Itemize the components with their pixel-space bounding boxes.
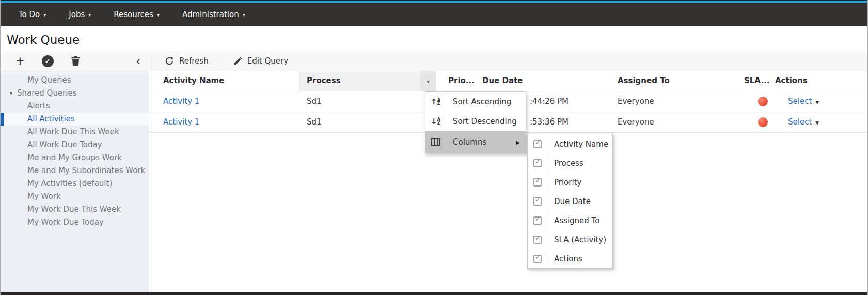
column-header-process: Process xyxy=(307,76,341,85)
sla-status-indicator xyxy=(758,117,768,127)
bottom-border-bar xyxy=(1,292,867,295)
sidebar-item-my-queries[interactable]: My Queries xyxy=(1,74,149,87)
checkbox-checked-icon[interactable]: ✓ xyxy=(533,178,542,187)
checkbox-checked-icon[interactable]: ✓ xyxy=(533,236,542,244)
refresh-label: Refresh xyxy=(179,56,209,66)
refresh-icon xyxy=(165,56,174,66)
checkbox-checked-icon[interactable]: ✓ xyxy=(533,255,542,263)
top-navbar: To Do ▾ Jobs ▾ Resources ▾ Administratio… xyxy=(1,3,867,26)
column-header-due-date[interactable]: Due Date xyxy=(482,76,523,85)
work-queue-window: To Do ▾ Jobs ▾ Resources ▾ Administratio… xyxy=(0,0,868,295)
column-header-actions[interactable]: Actions xyxy=(775,76,808,85)
due-date-cell-value: :44:26 PM xyxy=(530,97,569,106)
columns-icon xyxy=(431,138,440,146)
queries-sidebar: My Queries ▾ Shared Queries Alerts All A… xyxy=(1,71,149,292)
column-header-priority[interactable]: Prio... xyxy=(448,76,475,85)
query-actions-toolbar: + ✓ ‹ xyxy=(1,51,149,71)
menu-item-sort-descending[interactable]: ↓ AZ Sort Descending xyxy=(425,112,526,131)
plus-icon: + xyxy=(16,56,24,66)
work-item-table: Activity Name Process ▾ Prio... Due Date… xyxy=(149,71,867,292)
column-header-activity-name[interactable]: Activity Name xyxy=(163,76,224,85)
checkbox-checked-icon[interactable]: ✓ xyxy=(533,216,542,225)
submenu-item-due-date[interactable]: ✓ Due Date xyxy=(528,192,612,211)
select-action-dropdown[interactable]: Select▼ xyxy=(788,117,819,127)
sidebar-item-my-activities-default[interactable]: My Activities (default) xyxy=(1,177,149,190)
chevron-down-icon: ▾ xyxy=(427,79,429,84)
sort-descending-icon: ↓ AZ xyxy=(431,118,440,125)
sidebar-item-all-work-due-today[interactable]: All Work Due Today xyxy=(1,138,149,151)
nav-item-resources[interactable]: Resources ▾ xyxy=(114,10,160,19)
assigned-to-cell-value: Everyone xyxy=(618,97,654,106)
tree-expand-caret-icon[interactable]: ▾ xyxy=(10,87,12,100)
table-header-row: Activity Name Process ▾ Prio... Due Date… xyxy=(149,71,867,91)
columns-submenu: ✓ Activity Name ✓ Process ✓ Priority xyxy=(527,134,613,269)
refresh-button[interactable]: Refresh xyxy=(165,56,209,66)
chevron-down-icon: ▼ xyxy=(815,120,819,126)
sidebar-item-shared-queries[interactable]: ▾ Shared Queries xyxy=(1,87,149,100)
sidebar-item-all-work-due-this-week[interactable]: All Work Due This Week xyxy=(1,126,149,138)
nav-item-administration[interactable]: Administration ▾ xyxy=(182,10,245,19)
toolbar: + ✓ ‹ xyxy=(1,51,867,71)
page-title: Work Queue xyxy=(7,32,867,48)
sidebar-item-me-and-my-groups-work[interactable]: Me and My Groups Work xyxy=(1,151,149,164)
chevron-down-icon: ▾ xyxy=(43,11,46,18)
sidebar-item-my-work-due-this-week[interactable]: My Work Due This Week xyxy=(1,203,149,216)
check-circle-icon: ✓ xyxy=(42,55,54,67)
select-action-dropdown[interactable]: Select▼ xyxy=(788,97,819,106)
column-context-menu: ↑ AZ Sort Ascending ↓ AZ Sort Descending xyxy=(425,91,526,153)
sidebar-item-my-work-due-today[interactable]: My Work Due Today xyxy=(1,216,149,229)
sidebar-item-me-and-my-subordinates-work[interactable]: Me and My Subordinates Work xyxy=(1,164,149,177)
nav-item-label: Jobs xyxy=(69,10,85,19)
process-cell-value: Sd1 xyxy=(307,117,322,127)
submenu-arrow-icon: ▶ xyxy=(516,139,520,145)
submenu-item-priority[interactable]: ✓ Priority xyxy=(528,173,612,192)
sidebar-item-my-work[interactable]: My Work xyxy=(1,190,149,203)
sidebar-item-all-activities[interactable]: All Activities xyxy=(1,113,149,126)
sort-ascending-icon: ↑ AZ xyxy=(431,98,440,105)
submenu-item-process[interactable]: ✓ Process xyxy=(528,153,612,173)
menu-item-sort-ascending[interactable]: ↑ AZ Sort Ascending xyxy=(425,92,526,112)
table-actions-toolbar: Refresh Edit Query xyxy=(149,51,288,71)
due-date-cell-value: :53:36 PM xyxy=(530,117,569,127)
process-cell-value: Sd1 xyxy=(307,97,322,106)
checkbox-checked-icon[interactable]: ✓ xyxy=(533,197,542,206)
chevron-down-icon: ▼ xyxy=(815,100,819,105)
assigned-to-cell-value: Everyone xyxy=(618,117,654,127)
chevron-down-icon: ▾ xyxy=(88,11,91,18)
sidebar-item-alerts[interactable]: Alerts xyxy=(1,100,149,113)
edit-query-button[interactable]: Edit Query xyxy=(233,56,288,66)
collapse-sidebar-button[interactable]: ‹ xyxy=(136,56,140,66)
submenu-item-actions[interactable]: ✓ Actions xyxy=(528,249,612,268)
activity-link[interactable]: Activity 1 xyxy=(163,117,199,127)
delete-query-button[interactable] xyxy=(71,56,80,66)
column-header-sla[interactable]: SLA... xyxy=(744,76,769,85)
column-header-process-cell[interactable]: Process ▾ xyxy=(299,71,436,91)
sla-status-indicator xyxy=(758,97,768,106)
chevron-down-icon: ▾ xyxy=(157,11,160,18)
checkbox-checked-icon[interactable]: ✓ xyxy=(533,159,542,167)
content-area: My Queries ▾ Shared Queries Alerts All A… xyxy=(1,71,867,292)
edit-query-label: Edit Query xyxy=(247,56,288,66)
nav-item-label: Resources xyxy=(114,10,153,19)
apply-query-button[interactable]: ✓ xyxy=(42,55,54,67)
checkbox-checked-icon[interactable]: ✓ xyxy=(533,140,542,148)
trash-icon xyxy=(71,56,80,66)
nav-item-to-do[interactable]: To Do ▾ xyxy=(19,10,46,19)
pencil-icon xyxy=(233,57,242,66)
chevron-left-icon: ‹ xyxy=(136,56,140,66)
nav-item-label: To Do xyxy=(19,10,40,19)
nav-item-label: Administration xyxy=(182,10,239,19)
menu-item-columns[interactable]: Columns ▶ xyxy=(425,131,526,153)
nav-item-jobs[interactable]: Jobs ▾ xyxy=(69,10,91,19)
chevron-down-icon: ▾ xyxy=(243,11,245,18)
submenu-item-assigned-to[interactable]: ✓ Assigned To xyxy=(528,211,612,230)
process-column-menu-button[interactable]: ▾ xyxy=(420,71,436,91)
activity-link[interactable]: Activity 1 xyxy=(163,97,199,106)
submenu-item-activity-name[interactable]: ✓ Activity Name xyxy=(528,134,612,153)
column-header-assigned-to[interactable]: Assigned To xyxy=(618,76,670,85)
submenu-item-sla-activity[interactable]: ✓ SLA (Activity) xyxy=(528,230,612,249)
add-query-button[interactable]: + xyxy=(16,56,24,66)
